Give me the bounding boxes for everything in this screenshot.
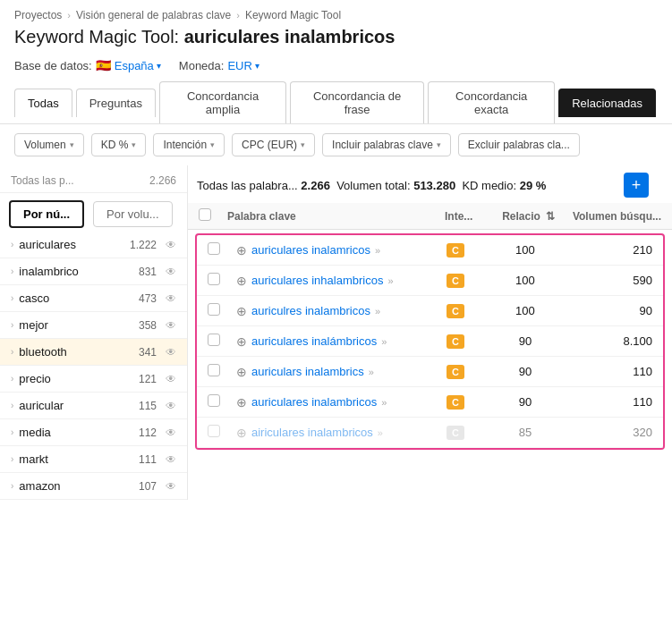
currency-meta: Moneda: EUR ▾ [179,59,259,72]
filter-volumen[interactable]: Volumen▾ [14,133,84,156]
expand-icon-1[interactable]: » [375,245,380,256]
keyword-link-5[interactable]: auriculars inalambrics [251,365,364,378]
eye-icon-precio[interactable]: 👁 [166,373,176,385]
eye-icon-auricular[interactable]: 👁 [166,400,176,412]
expand-icon-6[interactable]: » [381,397,387,408]
sidebar-label-casco: casco [19,291,133,305]
keyword-link-3[interactable]: auriculres inalambricos [251,304,370,317]
relacion-cell-2: 100 [489,274,561,287]
database-meta: Base de datos: 🇪🇸 España ▾ [14,58,161,72]
eye-icon-mejor[interactable]: 👁 [166,319,176,332]
tab-concordancia-exacta[interactable]: Concordancia exacta [428,81,555,123]
add-keyword-icon-6[interactable]: ⊕ [236,395,247,410]
sidebar-label-auriculares: auriculares [19,238,124,251]
sidebar-count-precio: 121 [139,373,157,385]
database-label: Base de datos: [14,59,92,72]
tab-relacionadas[interactable]: Relacionadas [558,89,656,117]
chevron-icon-inalambrico: › [11,266,13,276]
tab-preguntas[interactable]: Preguntas [76,89,156,117]
add-keyword-icon-1[interactable]: ⊕ [236,243,247,258]
chevron-icon-bluetooth: › [11,347,13,357]
sort-by-number-button[interactable]: Por nú... [9,200,84,228]
expand-icon-3[interactable]: » [375,306,380,317]
expand-icon-4[interactable]: » [381,336,387,347]
intent-badge-1: C [447,243,464,258]
sidebar-item[interactable]: › inalambrico 831 👁 [0,258,187,285]
checkbox-cell-3[interactable] [208,303,229,318]
header-intent: Inte... [432,210,486,223]
database-dropdown[interactable]: España ▾ [115,59,161,72]
sidebar-item[interactable]: › precio 121 👁 [0,366,187,393]
keyword-link-7[interactable]: airiculares inalambricos [251,426,373,439]
checkbox-cell-2[interactable] [208,273,229,288]
add-keyword-icon-7[interactable]: ⊕ [236,426,247,440]
volume-cell-7: 320 [568,426,652,439]
table-row: ⊕ auriculares inhalambricos » C 100 590 [197,266,663,296]
keyword-link-1[interactable]: auriculares inalamricos [251,243,370,257]
sidebar-item[interactable]: › markt 111 👁 [0,446,187,473]
eye-icon-amazon[interactable]: 👁 [166,480,176,493]
currency-dropdown[interactable]: EUR ▾ [227,59,259,72]
eye-icon-markt[interactable]: 👁 [166,453,176,466]
keyword-cell-3: ⊕ auriculres inalambricos » [236,304,421,318]
checkbox-cell-6[interactable] [208,394,229,410]
volume-cell-4: 8.100 [568,334,652,348]
action-row: Por nú... Por volu... [0,193,187,232]
checkbox-cell-5[interactable] [208,364,229,379]
eye-icon-auriculares[interactable]: 👁 [166,239,176,251]
sort-by-volume-button[interactable]: Por volu... [93,201,173,227]
keyword-link-4[interactable]: auriculares inalámbricos [251,334,377,348]
header-relacion[interactable]: Relacio ⇅ [493,210,565,223]
summary-text: Todas las palabra... 2.266 Volumen total… [197,179,546,192]
add-button[interactable]: + [624,173,649,198]
breadcrumb: Proyectos › Visión general de palabras c… [0,0,672,25]
filter-kd[interactable]: KD %▾ [91,133,147,156]
sidebar-count-bluetooth: 341 [139,346,157,359]
filter-cpc[interactable]: CPC (EUR)▾ [232,133,315,156]
add-keyword-icon-5[interactable]: ⊕ [236,365,247,379]
keyword-link-6[interactable]: auriculares inalambricos [251,395,377,409]
volume-cell-5: 110 [568,365,652,378]
volume-cell-6: 110 [568,395,652,409]
tab-concordancia-frase[interactable]: Concordancia de frase [290,81,424,123]
filter-exclude[interactable]: Excluir palabras cla... [458,133,580,156]
add-keyword-icon-3[interactable]: ⊕ [236,304,247,318]
currency-label: Moneda: [179,59,225,72]
expand-icon-5[interactable]: » [369,367,374,377]
sidebar-label-media: media [19,426,133,439]
tab-concordancia-amplia[interactable]: Concordancia amplia [159,81,286,123]
filter-intencion[interactable]: Intención▾ [153,133,225,156]
tab-todas[interactable]: Todas [14,89,72,117]
sidebar-item[interactable]: › auricular 115 👁 [0,393,187,419]
expand-icon-7[interactable]: » [378,427,383,438]
sidebar-item[interactable]: › mejor 358 👁 [0,312,187,339]
intent-cell-1: C [429,243,482,258]
sidebar-item[interactable]: › amazon 107 👁 [0,473,187,500]
sidebar-item[interactable]: › auriculares 1.222 👁 [0,232,187,258]
select-all-checkbox[interactable] [199,208,211,221]
sidebar-count-mejor: 358 [139,319,157,332]
table-row: ⊕ auriculares inalamricos » C 100 210 [197,235,663,266]
table-row: ⊕ auriculares inalambricos » C 90 110 [197,387,663,418]
add-keyword-icon-4[interactable]: ⊕ [236,334,247,349]
eye-icon-casco[interactable]: 👁 [166,292,176,305]
intent-badge-7: C [447,426,464,440]
breadcrumb-proyectos[interactable]: Proyectos [14,9,62,21]
checkbox-cell-7[interactable] [208,425,229,440]
sidebar-item[interactable]: › casco 473 👁 [0,285,187,312]
eye-icon-media[interactable]: 👁 [166,427,176,439]
checkbox-cell-4[interactable] [208,334,229,349]
expand-icon-2[interactable]: » [387,275,393,286]
sidebar-item-bluetooth[interactable]: › bluetooth 341 👁 [0,339,187,366]
sidebar-header-label: Todas las p... [11,174,74,187]
checkbox-cell-1[interactable] [208,242,229,258]
filter-include[interactable]: Incluir palabras clave▾ [322,133,451,156]
eye-icon-inalambrico[interactable]: 👁 [166,266,176,278]
add-keyword-icon-2[interactable]: ⊕ [236,274,247,288]
sidebar-header-count: 2.266 [149,174,176,187]
eye-icon-bluetooth[interactable]: 👁 [166,346,176,359]
keyword-link-2[interactable]: auriculares inhalambricos [251,274,383,287]
sidebar-item[interactable]: › media 112 👁 [0,419,187,446]
breadcrumb-vision[interactable]: Visión general de palabras clave [76,9,231,21]
relacion-cell-3: 100 [489,304,561,317]
